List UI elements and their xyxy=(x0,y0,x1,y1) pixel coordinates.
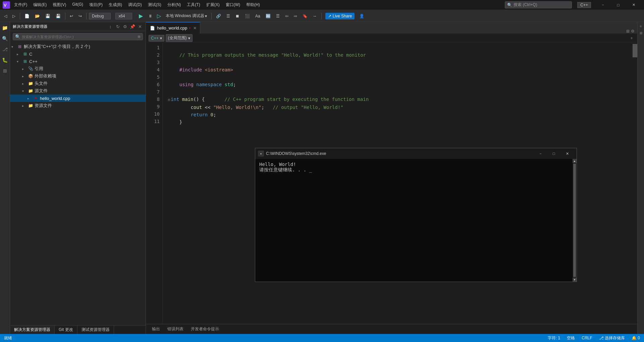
activity-search[interactable]: 🔍 xyxy=(1,34,9,43)
menu-file[interactable]: 文件(F) xyxy=(11,1,30,8)
gear-icon[interactable]: ⚙ xyxy=(631,29,635,34)
bp-tab-errors[interactable]: 错误列表 xyxy=(164,325,187,333)
global-search[interactable]: 🔍 搜索 (Ctrl+Q) xyxy=(505,1,572,8)
tree-item-sources[interactable]: ▾ 📁 源文件 xyxy=(10,87,146,95)
menu-analyze[interactable]: 分析(N) xyxy=(165,1,184,8)
menu-window[interactable]: 窗口(W) xyxy=(223,1,243,8)
toolbar-btn-10[interactable]: ☰ xyxy=(274,13,282,19)
run-without-debug-button[interactable]: ▷ xyxy=(156,12,162,20)
status-notifications[interactable]: 🔔 0 xyxy=(630,336,641,340)
cmd-scroll-up[interactable]: ▲ xyxy=(573,159,577,163)
tree-item-headers[interactable]: ▸ 📁 头文件 xyxy=(10,80,146,87)
tree-item-cpp[interactable]: ▾ ⊞ C++ xyxy=(10,58,146,65)
tree-item-ext-deps[interactable]: ▸ 📦 外部依赖项 xyxy=(10,72,146,80)
bp-tab-dev-prompt[interactable]: 开发者命令提示 xyxy=(187,325,222,333)
hw-label: hello_world.cpp xyxy=(40,96,70,101)
account-button[interactable]: 👤 xyxy=(357,13,366,19)
activity-extensions[interactable]: ⊞ xyxy=(1,66,9,75)
cmd-body[interactable]: Hello, World! 请按任意键继续. . . _ xyxy=(255,159,577,282)
menu-git[interactable]: Git(G) xyxy=(69,1,86,8)
menu-view[interactable]: 视图(V) xyxy=(50,1,69,8)
live-share-button[interactable]: ↗ Live Share xyxy=(325,13,355,19)
scroll-thumb[interactable] xyxy=(633,44,637,57)
activity-debug[interactable]: 🐛 xyxy=(1,56,9,64)
cmd-title: C:\WINDOWS\system32\cmd.exe xyxy=(266,151,532,156)
cmd-maximize-button[interactable]: □ xyxy=(547,148,560,159)
right-sb-icon-2[interactable]: ⊞ xyxy=(638,30,644,36)
menu-help[interactable]: 帮助(H) xyxy=(244,1,263,8)
status-git-branch[interactable]: ⎇ 选择存储库 xyxy=(598,335,626,341)
back-button[interactable]: ◁ xyxy=(2,13,9,19)
cmd-minimize-button[interactable]: － xyxy=(534,148,547,159)
cmd-scrollbar[interactable]: ▲ ▼ xyxy=(573,159,577,282)
cmd-scroll-down[interactable]: ▼ xyxy=(573,278,577,282)
pause-button[interactable]: ⏸ xyxy=(146,13,154,19)
menu-tools[interactable]: 工具(T) xyxy=(184,1,203,8)
toolbar-btn-7[interactable]: ⬛ xyxy=(243,13,252,19)
collapse-all-button[interactable]: ↕ xyxy=(107,23,113,30)
tab-close-button[interactable]: ✕ xyxy=(193,25,197,31)
maximize-button[interactable]: □ xyxy=(610,0,626,10)
refresh-button[interactable]: ↻ xyxy=(115,23,121,30)
sidebar-close-button[interactable]: ✕ xyxy=(137,23,143,30)
toolbar-btn-8[interactable]: Aa xyxy=(253,13,262,19)
activity-scm[interactable]: ⎇ xyxy=(1,45,9,54)
toolbar-btn-5[interactable]: ☰ xyxy=(224,13,232,19)
status-encoding[interactable]: CRLF xyxy=(580,336,593,340)
tree-item-resources[interactable]: ▸ 📁 资源文件 xyxy=(10,102,146,109)
status-space[interactable]: 空格 xyxy=(566,335,576,341)
menu-project[interactable]: 项目(P) xyxy=(87,1,105,8)
status-char[interactable]: 字符: 1 xyxy=(546,335,561,341)
undo-button[interactable]: ↩ xyxy=(68,13,75,19)
bookmark-btn[interactable]: 🔖 xyxy=(301,13,310,19)
minimize-button[interactable]: － xyxy=(595,0,610,10)
pin-button[interactable]: 📌 xyxy=(129,23,136,30)
arch-dropdown[interactable]: x64 xyxy=(115,13,132,19)
toolbar-btn-13[interactable]: ↔ xyxy=(311,13,319,19)
sb-tab-test-explorer[interactable]: 测试资源管理器 xyxy=(77,326,114,334)
sb-tab-git[interactable]: Git 更改 xyxy=(55,326,77,334)
sidebar-search-action[interactable]: ⊕ xyxy=(138,35,141,39)
sidebar-search[interactable]: 🔍 ⊕ xyxy=(13,33,143,40)
new-file-button[interactable]: 📄 xyxy=(22,13,32,19)
forward-button[interactable]: ▷ xyxy=(10,13,17,19)
menu-build[interactable]: 生成(B) xyxy=(106,1,125,8)
scope-breadcrumb[interactable]: (全局范围) ▾ xyxy=(166,34,193,42)
cmd-scroll-thumb[interactable] xyxy=(573,164,576,277)
solution-item[interactable]: ▾ ⊞ 解决方案"C++"(2 个项目，共 2 个) xyxy=(10,43,146,50)
tree-item-c[interactable]: ▸ ⊞ C xyxy=(10,50,146,58)
toolbar-btn-9[interactable]: 🔤 xyxy=(264,13,273,19)
editor-scrollbar[interactable] xyxy=(633,43,637,324)
toolbar-btn-11[interactable]: ⇦ xyxy=(283,13,290,19)
add-line-button[interactable]: + xyxy=(629,35,635,41)
sidebar-search-input[interactable] xyxy=(22,35,136,39)
redo-button[interactable]: ↪ xyxy=(76,13,84,19)
editor-tab-hello-world[interactable]: 📄 hello_world.cpp • ✕ xyxy=(146,22,200,34)
split-editor-icon[interactable]: ⊞ xyxy=(626,29,630,34)
activity-explorer[interactable]: 📁 xyxy=(1,23,9,32)
tree-item-references[interactable]: ▸ 📎 引用 xyxy=(10,65,146,72)
debug-config-dropdown[interactable]: Debug xyxy=(89,13,111,19)
toolbar-btn-6[interactable]: ⏹ xyxy=(233,13,241,19)
menu-debug[interactable]: 调试(D) xyxy=(125,1,145,8)
start-debug-button[interactable]: ▶ xyxy=(137,12,145,20)
open-file-button[interactable]: 📂 xyxy=(33,13,42,19)
attach-btn[interactable]: 🔗 xyxy=(214,13,223,19)
menu-edit[interactable]: 编辑(E) xyxy=(31,1,49,8)
cmd-close-button[interactable]: ✕ xyxy=(560,148,574,159)
tree-item-hello-world[interactable]: ▸ + hello_world.cpp xyxy=(10,95,146,102)
status-ready[interactable]: 就绪 xyxy=(3,335,13,341)
toolbar-btn-12[interactable]: ⇨ xyxy=(292,13,299,19)
close-button[interactable]: ✕ xyxy=(626,0,641,10)
bp-tab-output[interactable]: 输出 xyxy=(149,325,163,333)
save-all-button[interactable]: 💾 xyxy=(54,13,63,19)
lang-breadcrumb[interactable]: C++ ▾ xyxy=(149,35,164,42)
sb-tab-solution-explorer[interactable]: 解决方案资源管理器 xyxy=(10,326,55,334)
toolbar-sep-3 xyxy=(86,13,87,19)
right-sb-icon-1[interactable]: ≡ xyxy=(638,23,644,29)
menu-test[interactable]: 测试(S) xyxy=(145,1,164,8)
save-button[interactable]: 💾 xyxy=(43,13,52,19)
menu-extensions[interactable]: 扩展(X) xyxy=(204,1,222,8)
local-debugger-btn[interactable]: 本地 Windows 调试器 ▾ xyxy=(164,12,209,20)
filter-button[interactable]: ⚙ xyxy=(122,23,128,30)
